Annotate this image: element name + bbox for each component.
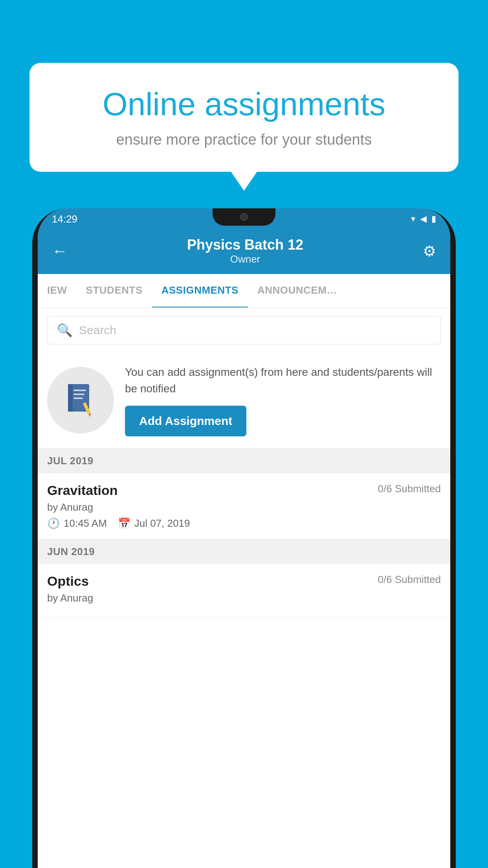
- add-assignment-button[interactable]: Add Assignment: [125, 406, 246, 436]
- svg-rect-3: [73, 394, 84, 395]
- signal-icon: ◀: [420, 214, 427, 224]
- svg-rect-4: [73, 397, 83, 399]
- search-bar: 🔍 Search: [38, 308, 450, 352]
- notebook-icon: [65, 383, 96, 418]
- section-header-jun: JUN 2019: [38, 539, 450, 564]
- speech-bubble-container: Online assignments ensure more practice …: [29, 63, 459, 172]
- assignment-name-gravitation: Gravitation: [47, 483, 117, 498]
- assignment-row-top: Gravitation 0/6 Submitted: [47, 483, 441, 498]
- assignment-meta-gravitation: 🕐 10:45 AM 📅 Jul 07, 2019: [47, 517, 441, 530]
- svg-rect-2: [73, 390, 86, 391]
- wifi-icon: ▾: [411, 214, 415, 224]
- status-time: 14:29: [52, 213, 77, 225]
- settings-button[interactable]: ⚙: [423, 243, 436, 260]
- phone-inner: 14:29 ▾ ◀ ▮ ← Physics Batch 12 Owner ⚙ I…: [38, 208, 450, 868]
- assignment-row-top-optics: Optics 0/6 Submitted: [47, 574, 441, 589]
- notch: [213, 208, 275, 226]
- assignment-time-value: 10:45 AM: [64, 517, 107, 530]
- assignment-date-gravitation: 📅 Jul 07, 2019: [118, 517, 190, 530]
- search-placeholder: Search: [79, 324, 116, 337]
- phone-frame: 14:29 ▾ ◀ ▮ ← Physics Batch 12 Owner ⚙ I…: [32, 208, 456, 868]
- speech-bubble: Online assignments ensure more practice …: [29, 63, 459, 172]
- assignment-date-value: Jul 07, 2019: [134, 517, 190, 530]
- speech-bubble-subtitle: ensure more practice for your students: [57, 131, 431, 148]
- battery-icon: ▮: [431, 214, 436, 224]
- app-header: ← Physics Batch 12 Owner ⚙: [38, 230, 450, 274]
- section-header-jul: JUL 2019: [38, 449, 450, 473]
- search-input-wrap[interactable]: 🔍 Search: [47, 316, 441, 344]
- tab-assignments[interactable]: ASSIGNMENTS: [152, 274, 248, 308]
- cta-section: You can add assignment(s) from here and …: [38, 352, 450, 449]
- header-title: Physics Batch 12: [68, 237, 423, 253]
- assignment-item-gravitation[interactable]: Gravitation 0/6 Submitted by Anurag 🕐 10…: [38, 473, 450, 539]
- cta-icon-circle: [47, 367, 114, 434]
- assignment-author-optics: by Anurag: [47, 592, 441, 604]
- tab-students[interactable]: STUDENTS: [77, 274, 152, 307]
- svg-rect-1: [68, 384, 73, 412]
- speech-bubble-title: Online assignments: [57, 86, 431, 122]
- notch-camera: [240, 213, 248, 221]
- header-subtitle: Owner: [68, 253, 423, 265]
- tab-announcements[interactable]: ANNOUNCEM…: [248, 274, 347, 307]
- cta-description: You can add assignment(s) from here and …: [125, 364, 441, 397]
- assignment-author-gravitation: by Anurag: [47, 501, 441, 513]
- tabs-bar: IEW STUDENTS ASSIGNMENTS ANNOUNCEM…: [38, 274, 450, 308]
- calendar-icon: 📅: [118, 517, 130, 530]
- back-button[interactable]: ←: [52, 242, 68, 260]
- status-icons: ▾ ◀ ▮: [411, 214, 436, 224]
- clock-icon: 🕐: [47, 517, 60, 530]
- assignment-item-optics[interactable]: Optics 0/6 Submitted by Anurag: [38, 564, 450, 618]
- assignment-name-optics: Optics: [47, 574, 89, 589]
- assignment-submitted-gravitation: 0/6 Submitted: [378, 483, 441, 495]
- header-center: Physics Batch 12 Owner: [68, 237, 423, 265]
- tab-iew[interactable]: IEW: [38, 274, 77, 307]
- search-icon: 🔍: [57, 323, 73, 338]
- cta-text-area: You can add assignment(s) from here and …: [125, 364, 441, 436]
- assignment-time-gravitation: 🕐 10:45 AM: [47, 517, 107, 530]
- assignment-submitted-optics: 0/6 Submitted: [378, 574, 441, 586]
